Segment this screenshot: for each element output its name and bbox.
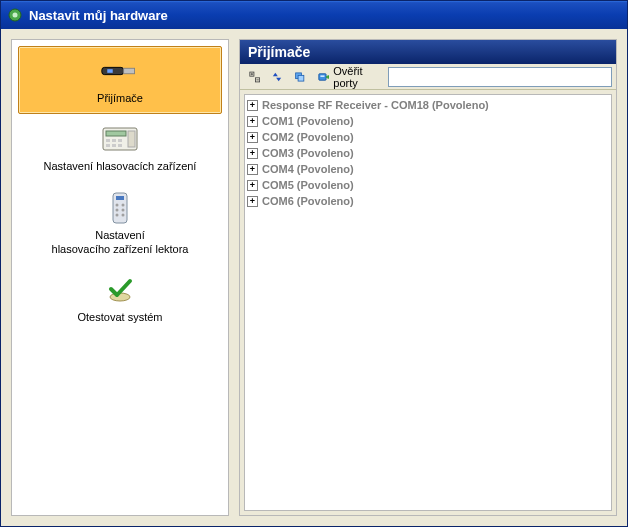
refresh-icon: [294, 70, 305, 84]
verify-ports-label: Ověřit porty: [333, 65, 379, 89]
svg-rect-6: [106, 131, 126, 136]
ports-icon: [318, 70, 329, 84]
panel-header: Přijímače: [240, 40, 616, 64]
refresh-button[interactable]: [289, 67, 310, 87]
sidebar-item-label: Přijímače: [97, 91, 143, 105]
svg-point-19: [122, 208, 125, 211]
check-icon: [100, 276, 140, 304]
sidebar-item-voting-devices[interactable]: Nastavení hlasovacích zařízení: [18, 114, 222, 182]
remote-icon: [100, 194, 140, 222]
sidebar-item-instructor-device[interactable]: Nastavení hlasovacího zařízení lektora: [18, 183, 222, 266]
sidebar-item-label: Nastavení hlasovacích zařízení: [44, 159, 197, 173]
titlebar: Nastavit můj hardware: [1, 1, 627, 29]
svg-point-20: [116, 213, 119, 216]
expand-icon[interactable]: +: [247, 196, 258, 207]
expand-icon[interactable]: +: [247, 100, 258, 111]
tree-item[interactable]: + COM6 (Povoleno): [247, 193, 609, 209]
window: Nastavit můj hardware Přijímače: [0, 0, 628, 527]
svg-rect-10: [106, 144, 110, 147]
tree-item-label: COM2 (Povoleno): [262, 131, 354, 143]
expand-icon[interactable]: +: [247, 116, 258, 127]
tree-item-label: COM3 (Povoleno): [262, 147, 354, 159]
svg-point-17: [122, 203, 125, 206]
tree-item[interactable]: + COM4 (Povoleno): [247, 161, 609, 177]
sidebar-item-label: Nastavení hlasovacího zařízení lektora: [52, 228, 189, 257]
svg-point-18: [116, 208, 119, 211]
svg-rect-2: [102, 67, 124, 74]
sidebar-item-label: Otestovat systém: [78, 310, 163, 324]
expand-icon[interactable]: +: [247, 132, 258, 143]
sidebar-item-receivers[interactable]: Přijímače: [18, 46, 222, 114]
sort-arrows-icon: [272, 70, 282, 84]
tree-item[interactable]: + Response RF Receiver - COM18 (Povoleno…: [247, 97, 609, 113]
sidebar-item-test-system[interactable]: Otestovat systém: [18, 265, 222, 333]
svg-rect-13: [128, 131, 135, 147]
svg-rect-3: [107, 69, 112, 73]
svg-point-16: [116, 203, 119, 206]
tree-item-label: COM1 (Povoleno): [262, 115, 354, 127]
svg-rect-15: [116, 196, 124, 200]
svg-point-1: [13, 13, 18, 18]
toolbar-input[interactable]: [388, 67, 612, 87]
tree-view[interactable]: + Response RF Receiver - COM18 (Povoleno…: [244, 94, 612, 511]
main-panel: Přijímače: [239, 39, 617, 516]
app-icon: [7, 7, 23, 23]
voting-device-icon: [100, 125, 140, 153]
svg-rect-11: [112, 144, 116, 147]
tree-item-label: Response RF Receiver - COM18 (Povoleno): [262, 99, 489, 111]
svg-rect-29: [299, 75, 305, 81]
svg-rect-12: [118, 144, 122, 147]
tree-item[interactable]: + COM3 (Povoleno): [247, 145, 609, 161]
tree-item-label: COM6 (Povoleno): [262, 195, 354, 207]
expand-collapse-button[interactable]: [244, 67, 265, 87]
svg-rect-31: [320, 75, 324, 77]
svg-rect-4: [124, 68, 135, 73]
expand-icon[interactable]: +: [247, 148, 258, 159]
tree-item[interactable]: + COM2 (Povoleno): [247, 129, 609, 145]
verify-ports-button[interactable]: Ověřit porty: [313, 67, 384, 87]
svg-rect-7: [106, 139, 110, 142]
usb-receiver-icon: [100, 57, 140, 85]
svg-rect-8: [112, 139, 116, 142]
panel-title: Přijímače: [248, 44, 310, 60]
tree-item-label: COM4 (Povoleno): [262, 163, 354, 175]
expand-icon[interactable]: +: [247, 164, 258, 175]
svg-point-21: [122, 213, 125, 216]
tree-item-label: COM5 (Povoleno): [262, 179, 354, 191]
sidebar: Přijímače Nastavení: [11, 39, 229, 516]
toolbar: Ověřit porty: [240, 64, 616, 90]
sort-button[interactable]: [267, 67, 287, 87]
expand-collapse-icon: [249, 70, 260, 84]
svg-rect-9: [118, 139, 122, 142]
tree-item[interactable]: + COM1 (Povoleno): [247, 113, 609, 129]
tree-item[interactable]: + COM5 (Povoleno): [247, 177, 609, 193]
expand-icon[interactable]: +: [247, 180, 258, 191]
content-area: Přijímače Nastavení: [1, 29, 627, 526]
window-title: Nastavit můj hardware: [29, 8, 168, 23]
